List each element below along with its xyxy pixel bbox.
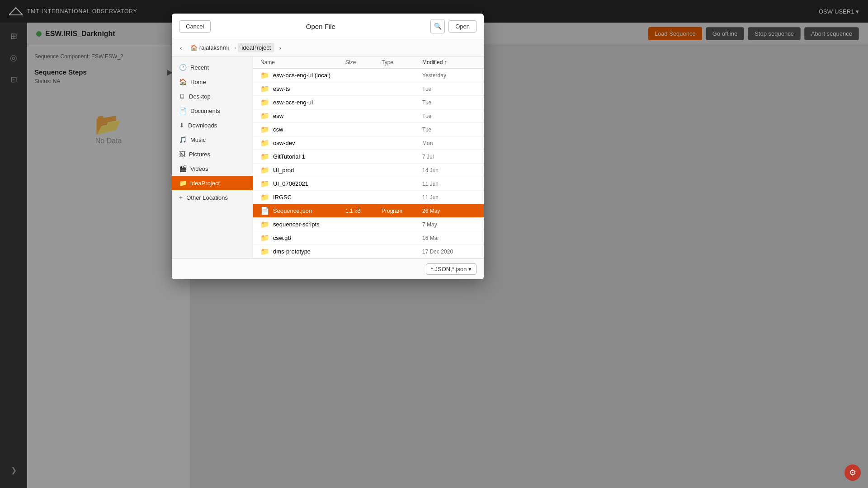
table-row[interactable]: 📁 GitTutorial-1 7 Jul: [253, 150, 484, 164]
file-modified: 11 Jun: [422, 181, 476, 187]
folder-icon: 📁: [260, 193, 269, 202]
breadcrumb-forward-button[interactable]: ›: [276, 43, 284, 52]
file-name-cell: 📁 sequencer-scripts: [260, 220, 345, 229]
sidebar-item-videos[interactable]: 🎬 Videos: [172, 161, 253, 176]
dialog-header: Cancel Open File 🔍 Open: [172, 14, 484, 39]
file-modified: Yesterday: [422, 72, 476, 79]
file-modified: 14 Jun: [422, 167, 476, 174]
col-modified[interactable]: Modified ↑: [422, 59, 476, 66]
dialog-title: Open File: [211, 23, 430, 30]
file-modified: 7 Jul: [422, 154, 476, 160]
open-button[interactable]: Open: [448, 20, 476, 33]
breadcrumb-separator: ›: [234, 45, 236, 51]
breadcrumb-current[interactable]: ideaProject: [238, 43, 274, 52]
file-name-cell: 📁 csw.g8: [260, 234, 345, 242]
folder-icon: 📁: [260, 125, 269, 134]
pictures-icon: 🖼: [179, 150, 185, 158]
folder-icon: 📁: [260, 71, 269, 80]
table-row[interactable]: 📁 csw.g8 16 Mar: [253, 231, 484, 245]
sidebar-item-desktop[interactable]: 🖥 Desktop: [172, 89, 253, 103]
sidebar-item-recent[interactable]: 🕐 Recent: [172, 60, 253, 75]
sidebar-item-other-locations[interactable]: + Other Locations: [172, 190, 253, 205]
file-sidebar: 🕐 Recent 🏠 Home 🖥 Desktop 📄 Documents ⬇: [172, 56, 253, 258]
file-name: Sequence.json: [273, 207, 312, 214]
file-name-cell: 📁 osw-dev: [260, 139, 345, 147]
table-row[interactable]: 📁 dms-prototype 17 Dec 2020: [253, 245, 484, 258]
table-row[interactable]: 📄 Sequence.json 1.1 kB Program 26 May: [253, 204, 484, 218]
ideaproject-icon: 📁: [179, 179, 187, 187]
file-name-cell: 📄 Sequence.json: [260, 206, 345, 215]
table-row[interactable]: 📁 esw-ocs-eng-ui Tue: [253, 96, 484, 109]
downloads-icon: ⬇: [179, 122, 184, 129]
file-name-cell: 📁 IRGSC: [260, 193, 345, 202]
file-modified: Tue: [422, 99, 476, 106]
sidebar-label-videos: Videos: [190, 165, 208, 172]
documents-icon: 📄: [179, 107, 187, 114]
col-type: Type: [382, 59, 422, 66]
table-row[interactable]: 📁 UI_prod 14 Jun: [253, 164, 484, 177]
other-locations-icon: +: [179, 194, 183, 201]
file-name: dms-prototype: [273, 248, 311, 255]
folder-icon: 📁: [260, 152, 269, 161]
file-modified: 16 Mar: [422, 235, 476, 241]
file-type: Program: [382, 208, 422, 214]
file-modified: 11 Jun: [422, 194, 476, 201]
file-name: GitTutorial-1: [273, 153, 305, 160]
dialog-footer: *.JSON,*.json ▾: [172, 258, 484, 279]
search-button[interactable]: 🔍: [430, 19, 445, 33]
file-modified: Tue: [422, 113, 476, 119]
folder-icon: 📁: [260, 166, 269, 174]
table-row[interactable]: 📁 esw-ocs-eng-ui (local) Yesterday: [253, 69, 484, 82]
sidebar-label-music: Music: [190, 136, 206, 143]
file-modified: 7 May: [422, 221, 476, 228]
folder-icon: 📁: [260, 112, 269, 120]
sidebar-item-downloads[interactable]: ⬇ Downloads: [172, 118, 253, 132]
sidebar-item-pictures[interactable]: 🖼 Pictures: [172, 147, 253, 161]
col-size: Size: [345, 59, 382, 66]
sidebar-label-other-locations: Other Locations: [186, 194, 228, 201]
json-file-icon: 📄: [260, 206, 269, 215]
recent-icon: 🕐: [179, 64, 187, 71]
folder-icon: 📁: [260, 84, 269, 93]
table-row[interactable]: 📁 csw Tue: [253, 123, 484, 136]
sidebar-item-home[interactable]: 🏠 Home: [172, 75, 253, 89]
file-name-cell: 📁 esw-ocs-eng-ui: [260, 98, 345, 107]
file-list-header: Name Size Type Modified ↑: [253, 56, 484, 69]
home-icon: 🏠: [179, 78, 187, 85]
table-row[interactable]: 📁 sequencer-scripts 7 May: [253, 218, 484, 231]
sidebar-label-pictures: Pictures: [189, 151, 210, 158]
open-file-dialog: Cancel Open File 🔍 Open ‹ 🏠 rajalakshmi …: [172, 14, 484, 279]
table-row[interactable]: 📁 UI_07062021 11 Jun: [253, 177, 484, 191]
file-filter-dropdown[interactable]: *.JSON,*.json ▾: [426, 263, 476, 275]
folder-icon: 📁: [260, 98, 269, 107]
sidebar-label-desktop: Desktop: [189, 93, 211, 100]
home-icon: 🏠: [190, 44, 198, 51]
file-name: UI_07062021: [273, 180, 308, 187]
file-modified: Mon: [422, 140, 476, 146]
breadcrumb-home[interactable]: 🏠 rajalakshmi: [187, 43, 233, 52]
file-name-cell: 📁 esw: [260, 112, 345, 120]
table-row[interactable]: 📁 IRGSC 11 Jun: [253, 191, 484, 204]
sidebar-item-documents[interactable]: 📄 Documents: [172, 103, 253, 118]
gear-button[interactable]: ⚙: [844, 465, 861, 481]
file-name: UI_prod: [273, 167, 294, 174]
dialog-body: 🕐 Recent 🏠 Home 🖥 Desktop 📄 Documents ⬇: [172, 56, 484, 258]
folder-icon: 📁: [260, 179, 269, 188]
breadcrumb-back-button[interactable]: ‹: [177, 43, 185, 52]
sidebar-label-downloads: Downloads: [188, 122, 217, 129]
sidebar-item-music[interactable]: 🎵 Music: [172, 132, 253, 147]
file-name: osw-dev: [273, 140, 295, 146]
file-name: IRGSC: [273, 194, 292, 201]
file-list: Name Size Type Modified ↑ 📁 esw-ocs-eng-…: [253, 56, 484, 258]
file-size: 1.1 kB: [345, 208, 382, 214]
sidebar-item-ideaproject[interactable]: 📁 ideaProject: [172, 176, 253, 190]
file-modified: Tue: [422, 86, 476, 92]
breadcrumb-parent: rajalakshmi: [199, 44, 229, 51]
sidebar-label-documents: Documents: [190, 108, 220, 114]
table-row[interactable]: 📁 osw-dev Mon: [253, 136, 484, 150]
file-name-cell: 📁 csw: [260, 125, 345, 134]
desktop-icon: 🖥: [179, 93, 185, 100]
table-row[interactable]: 📁 esw Tue: [253, 109, 484, 123]
table-row[interactable]: 📁 esw-ts Tue: [253, 82, 484, 96]
cancel-button[interactable]: Cancel: [179, 20, 211, 33]
